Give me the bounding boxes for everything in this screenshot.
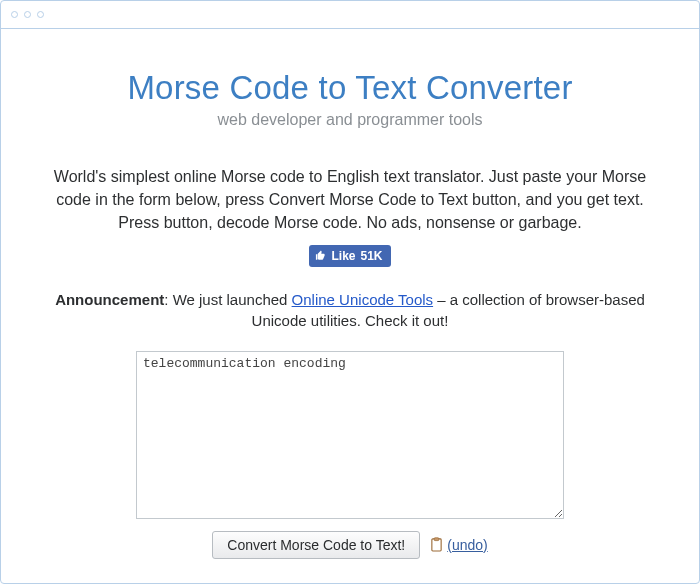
page-subtitle: web developer and programmer tools — [45, 111, 655, 129]
announcement-link[interactable]: Online Unicode Tools — [292, 291, 433, 308]
svg-rect-1 — [434, 538, 439, 541]
browser-window: Morse Code to Text Converter web develop… — [0, 0, 700, 584]
clipboard-icon — [430, 537, 443, 552]
page-content: Morse Code to Text Converter web develop… — [1, 29, 699, 579]
window-control-dot — [24, 11, 31, 18]
convert-button[interactable]: Convert Morse Code to Text! — [212, 531, 420, 559]
thumb-up-icon — [315, 250, 326, 261]
fb-like-count: 51K — [361, 249, 383, 263]
announcement-text: Announcement: We just launched Online Un… — [45, 289, 655, 331]
page-title: Morse Code to Text Converter — [45, 69, 655, 107]
announcement-before: : We just launched — [164, 291, 291, 308]
undo-link[interactable]: (undo) — [447, 537, 487, 553]
announcement-label: Announcement — [55, 291, 164, 308]
window-control-dot — [11, 11, 18, 18]
facebook-like-button[interactable]: Like 51K — [309, 245, 390, 267]
fb-like-label: Like — [331, 249, 355, 263]
morse-input[interactable] — [136, 351, 564, 519]
window-control-dot — [37, 11, 44, 18]
window-titlebar — [1, 1, 699, 29]
intro-text: World's simplest online Morse code to En… — [45, 165, 655, 235]
undo-group: (undo) — [430, 537, 487, 553]
controls-row: Convert Morse Code to Text! (undo) — [45, 531, 655, 559]
